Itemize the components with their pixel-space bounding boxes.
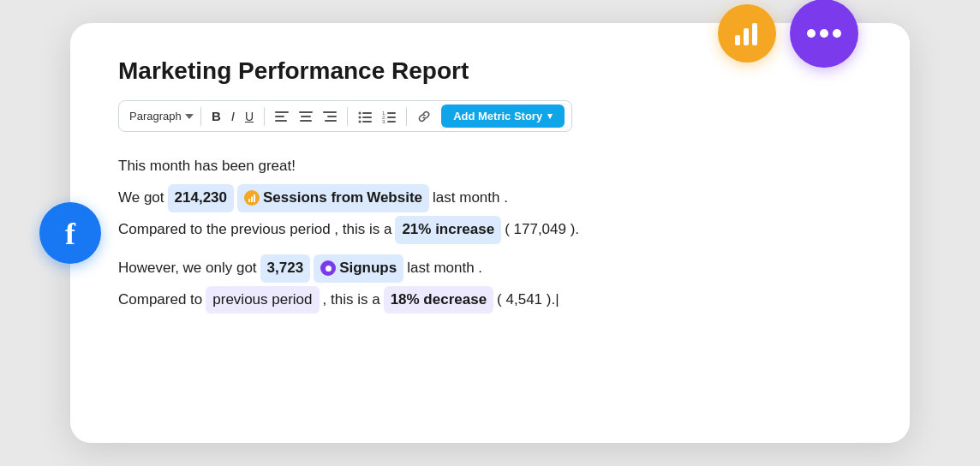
toolbar: Paragraph B I U 1.2.3. [118, 100, 572, 132]
toolbar-divider-2 [264, 107, 265, 126]
svg-rect-6 [299, 111, 313, 113]
svg-rect-24 [248, 199, 250, 202]
signups-metric[interactable]: Signups [314, 254, 403, 283]
svg-rect-26 [254, 194, 255, 202]
purple-dot [326, 266, 332, 272]
however-text: However, we only got [118, 256, 257, 281]
unordered-list-icon [358, 110, 372, 123]
svg-rect-1 [744, 28, 749, 45]
align-center-button[interactable] [294, 107, 318, 126]
svg-rect-15 [362, 116, 372, 118]
more-options-badge[interactable] [790, 0, 858, 68]
increase-value: 21% increase [395, 216, 501, 244]
last-month-text: last month . [433, 186, 508, 211]
italic-button[interactable]: I [226, 106, 240, 126]
dot-3 [833, 29, 841, 38]
increase-line: Compared to the previous period , this i… [118, 216, 862, 244]
paragraph-select[interactable]: Paragraph [126, 108, 195, 124]
svg-point-12 [359, 111, 362, 114]
svg-rect-19 [387, 112, 396, 114]
decrease-line: Compared to previous period , this is a … [118, 286, 862, 314]
svg-rect-9 [323, 111, 337, 113]
signups-value: 3,723 [260, 254, 311, 283]
sessions-line: We got 214,230 Sessions from Website las… [118, 184, 862, 212]
svg-point-14 [359, 116, 362, 118]
svg-rect-17 [362, 121, 372, 122]
chart-badge[interactable] [718, 4, 776, 63]
intro-line: This month has been great! [118, 154, 862, 179]
svg-point-16 [359, 120, 362, 122]
align-right-button[interactable] [318, 107, 342, 126]
signups-label: Signups [339, 256, 397, 281]
content-area: This month has been great! We got 214,23… [118, 154, 862, 314]
link-button[interactable] [412, 107, 436, 126]
svg-rect-10 [327, 116, 337, 117]
chart-icon [732, 18, 762, 49]
facebook-badge[interactable]: f [39, 202, 101, 264]
orange-chart-icon [244, 190, 260, 206]
svg-rect-23 [387, 121, 396, 122]
underline-button[interactable]: U [240, 107, 259, 126]
svg-rect-4 [275, 116, 284, 117]
compared-text: Compared to the previous period , this i… [118, 218, 391, 242]
top-badges [718, 0, 858, 68]
sessions-label: Sessions from [263, 186, 363, 211]
this-is-text: , this is a [323, 288, 380, 313]
svg-rect-25 [251, 196, 253, 202]
add-metric-story-button[interactable]: Add Metric Story ▾ [441, 105, 565, 128]
align-center-icon [299, 110, 313, 123]
chevron-down-icon: ▾ [547, 111, 553, 122]
svg-rect-8 [300, 120, 312, 122]
sessions-metric[interactable]: Sessions from Website [237, 184, 429, 212]
last-month-text-2: last month . [407, 256, 482, 281]
unordered-list-button[interactable] [353, 107, 377, 126]
dot-1 [807, 29, 816, 38]
we-got-text: We got [118, 186, 164, 211]
purple-icon [320, 260, 336, 276]
svg-rect-2 [752, 23, 757, 45]
toolbar-divider-1 [200, 107, 201, 126]
svg-rect-3 [275, 111, 289, 113]
align-left-icon [275, 110, 289, 123]
svg-rect-13 [362, 112, 372, 114]
website-label: Website [367, 186, 422, 211]
toolbar-divider-4 [406, 107, 407, 126]
device-wrapper: f Marketing Performance Report Paragr [0, 0, 980, 466]
svg-rect-11 [325, 120, 337, 122]
signups-line: However, we only got 3,723 Signups last … [118, 254, 862, 283]
align-left-button[interactable] [270, 107, 294, 126]
toolbar-divider-3 [347, 107, 348, 126]
prev-value-2: ( 4,541 ).| [497, 288, 559, 313]
svg-text:3.: 3. [382, 119, 386, 123]
svg-rect-7 [301, 116, 311, 117]
align-right-icon [323, 110, 337, 123]
ordered-list-icon: 1.2.3. [382, 110, 396, 123]
compared-text-2: Compared to [118, 288, 202, 313]
dot-2 [820, 29, 828, 38]
ordered-list-button[interactable]: 1.2.3. [377, 107, 401, 126]
bold-button[interactable]: B [206, 106, 226, 126]
svg-rect-5 [275, 120, 287, 122]
link-icon [417, 110, 431, 123]
svg-rect-0 [735, 35, 740, 45]
sessions-value: 214,230 [168, 184, 234, 212]
main-card: f Marketing Performance Report Paragr [70, 23, 910, 443]
svg-rect-21 [387, 116, 396, 118]
prev-value-1: ( 177,049 ). [505, 218, 579, 242]
decrease-value: 18% decrease [384, 286, 493, 314]
facebook-icon: f [65, 218, 75, 249]
period-highlight: previous period [206, 286, 319, 314]
add-metric-story-label: Add Metric Story [453, 110, 542, 122]
